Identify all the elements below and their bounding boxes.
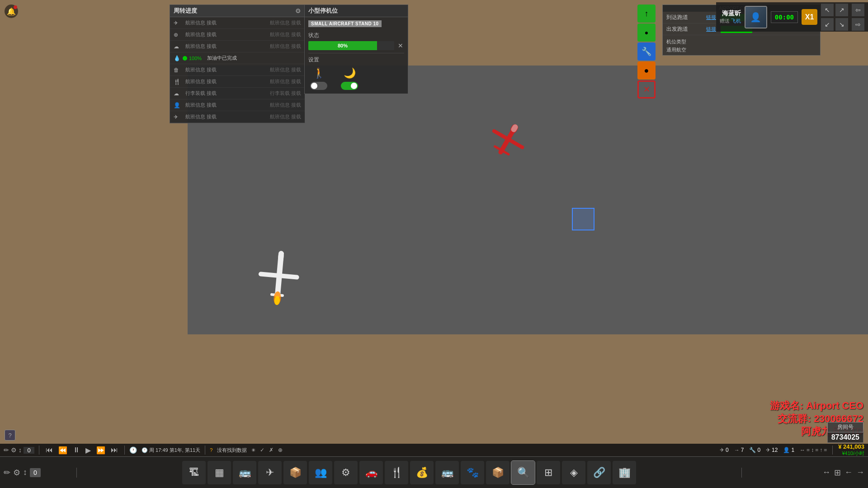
money-icon: 💰 bbox=[416, 467, 428, 479]
nav-up-left[interactable]: ↖ bbox=[821, 4, 834, 16]
speed-forward[interactable]: ⏩ bbox=[94, 445, 107, 455]
toolbar-animals-btn[interactable]: 🐾 bbox=[461, 461, 484, 484]
toolbar-zone-btn[interactable]: ▦ bbox=[208, 461, 231, 484]
op-btn-orange[interactable]: ● bbox=[637, 61, 656, 80]
speed-pause[interactable]: ⏸ bbox=[71, 445, 82, 455]
toolbar-right-section: ↔ ⊞ ← → bbox=[741, 468, 868, 478]
status-separator-2 bbox=[124, 446, 125, 455]
toolbar-cargo-btn[interactable]: 📦 bbox=[283, 461, 307, 484]
search-icon: 🔍 bbox=[517, 467, 529, 479]
money-rate: ¥410/小时 bbox=[842, 450, 864, 457]
op-btn-wrench[interactable]: 🔧 bbox=[637, 42, 656, 61]
toggle-moon-knob bbox=[351, 83, 357, 89]
zone-icon: ▦ bbox=[215, 467, 224, 479]
mini-toolbar: ✏ ⚙ ↕ 0 bbox=[4, 446, 34, 454]
nav-up-right[interactable]: ↗ bbox=[835, 4, 848, 16]
stand-panel: 小型停机位 SMALL AIRCRAFT STAND 10 状态 80% ✕ 设… bbox=[304, 5, 408, 94]
nav-extra-2[interactable]: ⇨ bbox=[852, 18, 864, 31]
toolbar-pencil-icon[interactable]: ✏ bbox=[4, 468, 10, 478]
selection-box bbox=[572, 208, 594, 230]
toolbar-expand-icon[interactable]: ⊞ bbox=[834, 468, 841, 478]
arrival-runway-link[interactable]: 链接 bbox=[706, 14, 716, 21]
toolbar-flight-btn[interactable]: ✈ bbox=[258, 461, 282, 484]
toolbar-grid-btn[interactable]: ⊞ bbox=[537, 461, 560, 484]
question-btn[interactable]: ? bbox=[210, 447, 212, 453]
toolbar-staff-btn[interactable]: 👥 bbox=[309, 461, 332, 484]
toolbar-search-btn[interactable]: 🔍 bbox=[511, 461, 535, 484]
status-check-icon[interactable]: ✓ bbox=[260, 447, 264, 453]
toolbar-build-btn[interactable]: 🏗 bbox=[182, 461, 206, 484]
arrow-mini-icon[interactable]: ↕ bbox=[19, 446, 22, 454]
toolbar-transport-btn[interactable]: 🚌 bbox=[435, 461, 459, 484]
nav-down-right[interactable]: ↘ bbox=[835, 18, 848, 31]
services-icon: ⚙ bbox=[341, 467, 350, 479]
nav-extra-1[interactable]: ⇦ bbox=[852, 4, 864, 16]
stat-0: 🔧 0 bbox=[749, 447, 760, 453]
speed-back[interactable]: ⏪ bbox=[57, 445, 69, 455]
status-close-button[interactable]: ✕ bbox=[397, 42, 404, 49]
money-amount: ¥ 241,003 bbox=[838, 443, 864, 450]
nav-down-left[interactable]: ↙ bbox=[821, 18, 834, 31]
status-x-icon[interactable]: ✗ bbox=[269, 447, 274, 453]
toolbar-layer-btn[interactable]: ◈ bbox=[562, 461, 585, 484]
toolbar-money-btn[interactable]: 💰 bbox=[410, 461, 434, 484]
toolbar-box-btn[interactable]: 📦 bbox=[486, 461, 509, 484]
turnover-title: 周转进度 bbox=[174, 7, 197, 15]
toolbar-settings-icon[interactable]: ⚙ bbox=[13, 468, 20, 478]
vehicle-icon: 🚗 bbox=[365, 467, 377, 479]
aircraft-white bbox=[251, 249, 305, 321]
op-btn-up[interactable]: ↑ bbox=[637, 5, 656, 23]
turnover-label-1: 航班信息 接载 bbox=[185, 31, 270, 38]
toolbar-vehicle-btn[interactable]: 🚗 bbox=[359, 461, 383, 484]
toggle-moon[interactable] bbox=[341, 82, 358, 90]
equal-icon: = bbox=[807, 447, 810, 453]
toggle-person[interactable] bbox=[310, 82, 327, 90]
help-button[interactable]: ? bbox=[5, 430, 15, 441]
arrow-stat-2: ↕ bbox=[811, 447, 814, 453]
toolbar-arrows-icon[interactable]: ↕ bbox=[23, 468, 27, 477]
settings-mini-icon[interactable]: ⚙ bbox=[11, 446, 17, 454]
avatar-placeholder: 👤 bbox=[745, 7, 766, 28]
status-bar-container: 80% ✕ bbox=[308, 41, 404, 50]
food-icon: 🍴 bbox=[391, 467, 403, 479]
toolbar-link-btn[interactable]: 🔗 bbox=[587, 461, 611, 484]
stat-1-count: 1 bbox=[791, 447, 794, 453]
op-btn-circle[interactable]: ● bbox=[637, 23, 656, 42]
op-btn-red[interactable]: ✕ bbox=[637, 80, 656, 99]
planes-count: 12 bbox=[772, 447, 778, 453]
wrench-icon: 🔧 bbox=[642, 47, 651, 56]
notification-bell[interactable]: 🔔 bbox=[5, 5, 18, 18]
turnover-icon-2: ☁ bbox=[174, 43, 183, 50]
gift-target: 飞机 bbox=[731, 18, 741, 23]
speed-prev[interactable]: ⏮ bbox=[44, 445, 55, 455]
fuel-percent: 100% bbox=[189, 56, 202, 61]
settings-row: 🚶 🌙 bbox=[305, 66, 408, 94]
toolbar-build2-btn[interactable]: 🏢 bbox=[613, 461, 636, 484]
aircraft-type-value: 通用航空 bbox=[666, 47, 686, 52]
turnover-gear-icon[interactable]: ⚙ bbox=[295, 7, 301, 14]
speed-play[interactable]: ▶ bbox=[84, 445, 93, 455]
money-separator bbox=[832, 446, 833, 455]
speed-next[interactable]: ⏭ bbox=[109, 445, 120, 455]
stat-1-icon: 👤 bbox=[783, 447, 790, 453]
stand-status-section: 状态 80% ✕ bbox=[305, 29, 408, 53]
settings-label: 设置 bbox=[305, 53, 408, 66]
stand-status-label: 状态 bbox=[308, 32, 404, 39]
stand-title: 小型停机位 bbox=[308, 7, 338, 15]
pencil-icon[interactable]: ✏ bbox=[4, 446, 9, 454]
grid-icon: ⊞ bbox=[544, 467, 552, 479]
toolbar-nav-right[interactable]: → bbox=[856, 468, 864, 477]
up-arrow-icon: ↑ bbox=[645, 9, 649, 19]
toolbar-services-btn[interactable]: ⚙ bbox=[334, 461, 358, 484]
toolbar-food-btn[interactable]: 🍴 bbox=[385, 461, 408, 484]
status-plus-icon[interactable]: ⊕ bbox=[278, 447, 283, 453]
departure-runway-link[interactable]: 链接 bbox=[706, 26, 716, 33]
toolbar-bus-btn[interactable]: 🚌 bbox=[233, 461, 256, 484]
toolbar-nav-left[interactable]: ← bbox=[844, 468, 853, 477]
rank-badge: X1 bbox=[802, 9, 817, 25]
aircraft-red bbox=[479, 120, 533, 165]
toolbar-nav-1[interactable]: ↔ bbox=[822, 468, 830, 477]
moon-icon: 🌙 bbox=[344, 67, 356, 79]
arrow-stats: ↔ = ↕ = ↑ = bbox=[800, 447, 827, 453]
fuel-indicator bbox=[183, 56, 187, 61]
